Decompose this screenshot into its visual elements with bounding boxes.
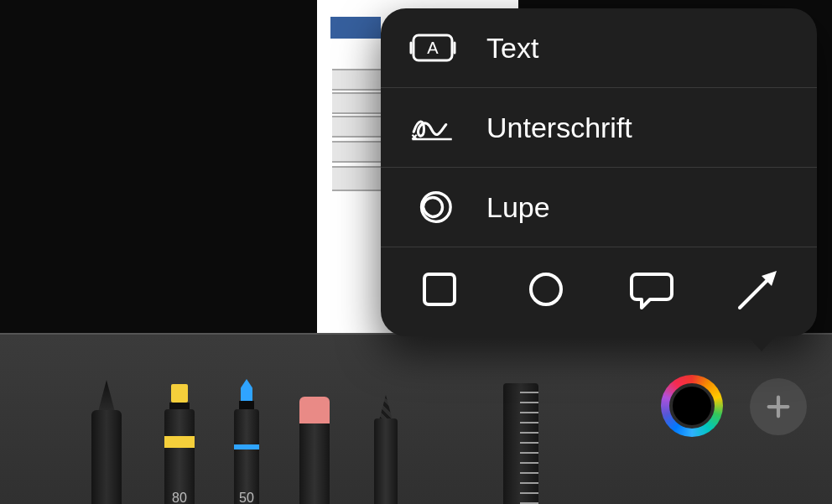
app-viewport: 80 50: [0, 0, 832, 504]
ruler-tool[interactable]: [497, 355, 545, 504]
text-box-icon: A: [409, 24, 456, 71]
popover-item-loupe[interactable]: Lupe: [381, 168, 817, 247]
ruler-ticks-icon: [520, 392, 538, 504]
square-icon: [419, 269, 460, 309]
selected-color-swatch: [669, 383, 715, 429]
shape-square-button[interactable]: [414, 264, 465, 314]
marker-width-label: 50: [229, 491, 264, 504]
add-annotation-button[interactable]: [750, 378, 807, 435]
arrow-icon: [735, 266, 782, 313]
popover-item-label: Unterschrift: [486, 112, 632, 144]
popover-shape-row: [381, 247, 817, 336]
popover-item-label: Text: [486, 32, 538, 65]
pen-tool[interactable]: [88, 355, 125, 504]
highlighter-tip-icon: [171, 384, 188, 403]
pencil-tip-icon: [379, 395, 393, 420]
loupe-icon: [409, 184, 456, 231]
eraser-tool[interactable]: [296, 363, 333, 504]
color-picker-button[interactable]: [661, 375, 723, 437]
svg-text:A: A: [427, 39, 439, 57]
marker-tip-icon: [241, 379, 252, 401]
shape-speech-bubble-button[interactable]: [627, 264, 677, 314]
pencil-tool[interactable]: [369, 363, 403, 504]
pen-tip-icon: [98, 380, 115, 412]
highlighter-width-label: 80: [159, 491, 200, 504]
highlighter-tool[interactable]: 80: [159, 359, 200, 504]
speech-bubble-icon: [630, 269, 673, 309]
shape-circle-button[interactable]: [521, 264, 571, 314]
add-annotation-popover: A Text Unterschrift Lupe: [381, 8, 817, 336]
shape-arrow-button[interactable]: [733, 264, 783, 314]
svg-rect-3: [424, 274, 455, 304]
circle-icon: [526, 269, 566, 309]
popover-item-text[interactable]: A Text: [381, 8, 817, 88]
eraser-tip-icon: [299, 397, 330, 425]
svg-point-4: [531, 274, 561, 304]
popover-item-label: Lupe: [486, 191, 550, 224]
markup-toolbar: 80 50: [0, 333, 832, 504]
marker-tool[interactable]: 50: [229, 359, 264, 504]
signature-icon: [409, 104, 456, 151]
plus-icon: [764, 392, 793, 421]
popover-item-signature[interactable]: Unterschrift: [381, 88, 817, 168]
document-logo: [330, 17, 381, 39]
